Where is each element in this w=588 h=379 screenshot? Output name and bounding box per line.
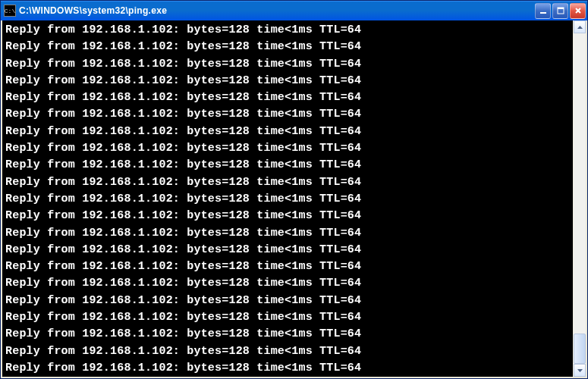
console-line: Reply from 192.168.1.102: bytes=128 time… [5, 293, 573, 309]
console-line: Reply from 192.168.1.102: bytes=128 time… [5, 124, 573, 140]
console-line: Reply from 192.168.1.102: bytes=128 time… [5, 56, 573, 73]
svg-rect-0 [540, 12, 546, 14]
console-line: Reply from 192.168.1.102: bytes=128 time… [5, 89, 573, 106]
minimize-button[interactable] [535, 3, 551, 19]
console-line: Reply from 192.168.1.102: bytes=128 time… [5, 208, 573, 224]
svg-rect-2 [558, 8, 564, 9]
console-line: Reply from 192.168.1.102: bytes=128 time… [5, 174, 573, 191]
window-title: C:\WINDOWS\system32\ping.exe [19, 5, 535, 16]
console-line: Reply from 192.168.1.102: bytes=128 time… [5, 73, 573, 89]
scroll-track[interactable] [574, 33, 586, 364]
close-icon [574, 7, 582, 14]
console-line: Reply from 192.168.1.102: bytes=128 time… [5, 39, 573, 55]
console-output[interactable]: Reply from 192.168.1.102: bytes=128 time… [2, 20, 573, 377]
chevron-up-icon [577, 26, 583, 29]
client-area: Reply from 192.168.1.102: bytes=128 time… [1, 20, 587, 378]
command-prompt-window: C:\ C:\WINDOWS\system32\ping.exe Reply f… [0, 0, 588, 379]
console-line: Reply from 192.168.1.102: bytes=128 time… [5, 309, 573, 326]
console-line: Reply from 192.168.1.102: bytes=128 time… [5, 326, 573, 343]
app-icon: C:\ [4, 5, 16, 17]
maximize-button[interactable] [552, 3, 568, 19]
console-line: Reply from 192.168.1.102: bytes=128 time… [5, 275, 573, 292]
console-line: Reply from 192.168.1.102: bytes=128 time… [5, 22, 573, 39]
titlebar[interactable]: C:\ C:\WINDOWS\system32\ping.exe [1, 1, 587, 20]
console-line: Reply from 192.168.1.102: bytes=128 time… [5, 242, 573, 258]
console-line: Reply from 192.168.1.102: bytes=128 time… [5, 191, 573, 208]
vertical-scrollbar[interactable] [573, 20, 586, 377]
chevron-down-icon [577, 369, 583, 372]
scroll-down-button[interactable] [574, 364, 586, 377]
console-line: Reply from 192.168.1.102: bytes=128 time… [5, 225, 573, 242]
console-line: Reply from 192.168.1.102: bytes=128 time… [5, 157, 573, 174]
maximize-icon [557, 7, 564, 14]
console-line: Reply from 192.168.1.102: bytes=128 time… [5, 140, 573, 157]
svg-marker-5 [577, 26, 583, 29]
console-line: Reply from 192.168.1.102: bytes=128 time… [5, 360, 573, 377]
scroll-thumb[interactable] [574, 334, 586, 364]
console-line: Reply from 192.168.1.102: bytes=128 time… [5, 343, 573, 360]
scroll-up-button[interactable] [574, 20, 586, 33]
minimize-icon [539, 7, 547, 14]
console-line: Reply from 192.168.1.102: bytes=128 time… [5, 258, 573, 275]
console-line: Reply from 192.168.1.102: bytes=128 time… [5, 106, 573, 123]
close-button[interactable] [570, 3, 586, 19]
window-controls [535, 3, 586, 19]
svg-marker-6 [577, 369, 583, 372]
